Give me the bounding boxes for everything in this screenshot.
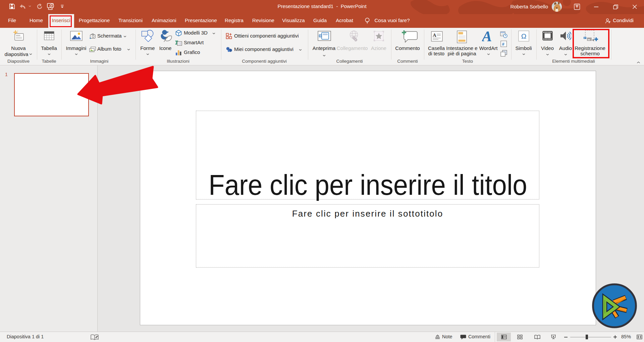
svg-text:Ω: Ω bbox=[521, 32, 527, 40]
svg-text:A: A bbox=[482, 30, 492, 42]
svg-text:#: # bbox=[502, 42, 505, 47]
svg-text:A: A bbox=[433, 33, 436, 38]
